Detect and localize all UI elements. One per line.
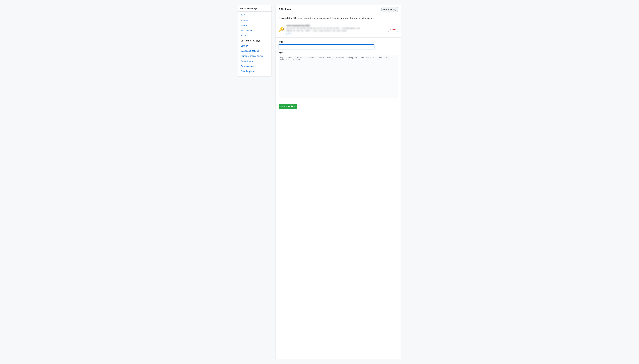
sidebar-item-ssh-gpg-keys[interactable]: SSH and GPG keys [238,38,272,43]
sidebar-link-notifications[interactable]: Notifications [238,28,272,33]
sidebar-item-repositories[interactable]: Repositories [238,58,272,64]
sidebar-link-personal-access-tokens[interactable]: Personal access tokens [238,54,272,58]
ssh-key-entry: 🔑 work-macbook-key-2024 ab:cd:ef:12:34:5… [276,22,401,38]
sidebar-item-personal-access-tokens[interactable]: Personal access tokens [238,54,272,58]
sidebar-item-oauth-applications[interactable]: OAuth applications [238,48,272,54]
key-textarea[interactable] [279,55,398,98]
sidebar-item-security[interactable]: Security [238,43,272,48]
sidebar-link-saved-replies[interactable]: Saved replies [238,69,272,74]
main-content: SSH keys New SSH key This is a list of S… [275,5,401,359]
sidebar-nav: ProfileAccountEmailsNotificationsBilling… [238,13,272,74]
sidebar-link-ssh-gpg-keys[interactable]: SSH and GPG keys [238,38,272,43]
key-label: Key [279,52,398,54]
sidebar: Personal settings ProfileAccountEmailsNo… [238,5,272,76]
title-form-group: Title [279,41,398,49]
key-form-group: Key [279,52,398,99]
info-text: This is a list of SSH keys associated wi… [276,14,401,22]
sidebar-link-organizations[interactable]: Organizations [238,64,272,69]
sidebar-item-profile[interactable]: Profile [238,13,272,18]
page-title: SSH keys [279,8,291,11]
sidebar-link-security[interactable]: Security [238,43,272,48]
add-key-form: Title Key Add SSH key [276,38,401,112]
delete-key-button[interactable]: Delete [388,28,398,32]
sidebar-link-billing[interactable]: Billing [238,33,272,38]
sidebar-item-billing[interactable]: Billing [238,33,272,38]
key-icon: 🔑 [279,27,284,32]
sidebar-link-account[interactable]: Account [238,18,272,23]
key-fingerprint: ab:cd:ef:12:34:56:78:90:ab:cd:ef:12:34:5… [286,27,386,30]
sidebar-item-account[interactable]: Account [238,18,272,23]
sidebar-item-organizations[interactable]: Organizations [238,64,272,69]
title-input[interactable] [279,44,374,49]
sidebar-item-saved-replies[interactable]: Saved replies [238,69,272,74]
add-ssh-key-button[interactable]: Add SSH key [279,104,297,109]
sidebar-item-emails[interactable]: Emails [238,23,272,28]
content-header: SSH keys New SSH key [276,5,401,14]
sidebar-link-profile[interactable]: Profile [238,13,272,18]
key-name: work-macbook-key-2024 [286,24,386,27]
sidebar-title: Personal settings [238,7,272,12]
sidebar-link-emails[interactable]: Emails [238,23,272,28]
key-additional: Added on Jan 01, 2024 — Last used within… [286,30,386,32]
new-ssh-key-button[interactable]: New SSH key [381,7,398,12]
key-details: work-macbook-key-2024 ab:cd:ef:12:34:56:… [286,24,386,35]
sidebar-item-notifications[interactable]: Notifications [238,28,272,33]
sidebar-link-oauth-applications[interactable]: OAuth applications [238,48,272,54]
ssh-badge: SSH [286,32,292,35]
sidebar-link-repositories[interactable]: Repositories [238,58,272,64]
title-label: Title [279,41,398,43]
